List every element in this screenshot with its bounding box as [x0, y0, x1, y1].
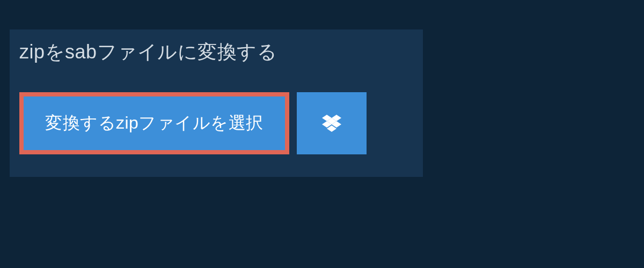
dropbox-button[interactable]: [297, 92, 367, 154]
button-row: 変換するzipファイルを選択: [19, 92, 423, 154]
select-file-button[interactable]: 変換するzipファイルを選択: [19, 92, 289, 154]
page-title: zipをsabファイルに変換する: [19, 39, 309, 65]
converter-panel: zipをsabファイルに変換する 変換するzipファイルを選択: [10, 29, 423, 177]
title-bar: zipをsabファイルに変換する: [10, 29, 318, 76]
select-file-label: 変換するzipファイルを選択: [45, 111, 264, 135]
dropbox-icon: [322, 115, 341, 132]
